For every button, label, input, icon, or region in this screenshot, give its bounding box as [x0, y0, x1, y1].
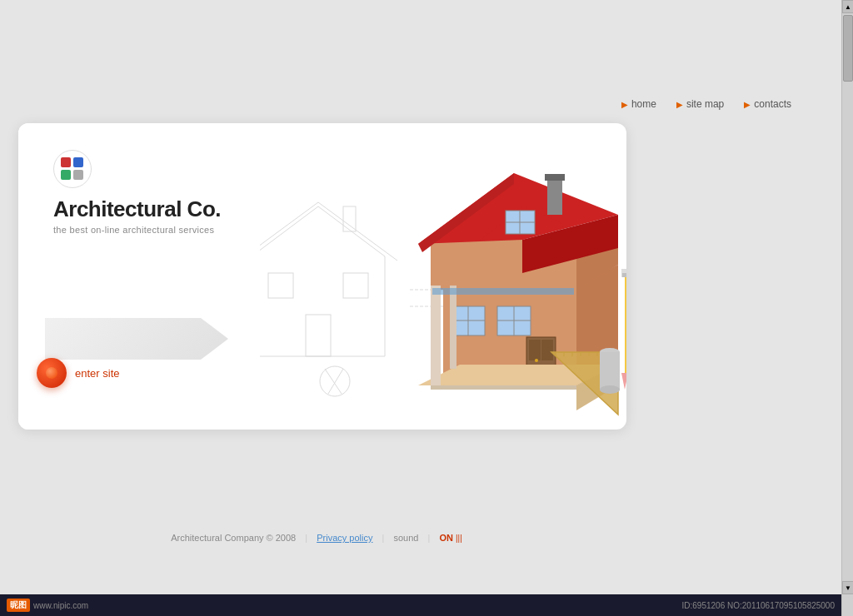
watermark-id: ID:6951206 NO:20110617095105825000: [682, 601, 836, 610]
svg-rect-48: [541, 340, 553, 360]
house-3d-illustration: [360, 123, 626, 430]
footer: Architectural Company © 2008 | Privacy p…: [0, 533, 633, 543]
sound-bars-icon[interactable]: |||: [456, 534, 462, 543]
enter-btn-content: enter site: [37, 358, 119, 388]
cube-gray: [73, 170, 83, 180]
cube-red: [61, 157, 71, 167]
nav-contacts[interactable]: ▶ contacts: [744, 98, 791, 110]
svg-rect-36: [545, 174, 565, 181]
top-nav: ▶ home ▶ site map ▶ contacts: [601, 98, 791, 110]
company-name: Architectural Co.: [53, 196, 221, 222]
enter-circle-icon: [37, 358, 67, 388]
svg-rect-1: [268, 273, 293, 298]
svg-rect-68: [600, 352, 620, 390]
nav-sitemap-arrow: ▶: [676, 100, 683, 109]
footer-sep-3: |: [427, 533, 430, 543]
svg-rect-35: [547, 177, 562, 215]
svg-point-69: [600, 385, 620, 394]
enter-text: enter site: [75, 367, 119, 380]
scrollbar-down-arrow[interactable]: ▼: [842, 581, 853, 594]
scrollbar-up-arrow[interactable]: ▲: [842, 0, 853, 13]
svg-rect-3: [306, 315, 331, 356]
enter-btn-background: [45, 318, 228, 360]
svg-rect-53: [450, 286, 456, 369]
sound-state[interactable]: ON: [439, 533, 453, 543]
svg-line-9: [328, 369, 343, 394]
svg-rect-52: [431, 286, 441, 390]
svg-rect-63: [625, 273, 626, 373]
svg-marker-71: [431, 385, 576, 390]
company-tagline: the best on-line architectural services: [53, 225, 214, 235]
cube-blue: [73, 157, 83, 167]
watermark-site: www.nipic.com: [33, 601, 88, 610]
enter-circle-inner: [46, 367, 57, 379]
footer-sound-label: sound: [393, 533, 418, 543]
nav-home-label: home: [631, 98, 656, 110]
svg-rect-4: [343, 206, 356, 231]
footer-sep-1: |: [305, 533, 307, 543]
logo-area: [53, 150, 92, 188]
footer-sep-2: |: [382, 533, 385, 543]
enter-site-button[interactable]: enter site: [37, 358, 119, 388]
main-content: ▶ home ▶ site map ▶ contacts: [0, 0, 841, 616]
footer-copyright: Architectural Company © 2008: [171, 533, 296, 543]
nk-logo-badge: 昵图: [7, 599, 30, 612]
svg-rect-66: [622, 273, 626, 277]
nav-sitemap-label: site map: [686, 98, 724, 110]
svg-point-49: [535, 359, 538, 362]
cube-green: [61, 170, 71, 180]
footer-privacy-link[interactable]: Privacy policy: [317, 533, 372, 543]
svg-point-7: [320, 366, 350, 396]
nav-home-arrow: ▶: [621, 100, 628, 109]
nav-home[interactable]: ▶ home: [621, 98, 656, 110]
svg-rect-70: [432, 288, 574, 295]
nav-contacts-label: contacts: [754, 98, 791, 110]
nav-contacts-arrow: ▶: [744, 100, 751, 109]
scrollbar[interactable]: ▲ ▼: [841, 0, 853, 616]
svg-line-8: [325, 369, 342, 394]
scrollbar-thumb[interactable]: [843, 15, 853, 82]
nav-sitemap[interactable]: ▶ site map: [676, 98, 724, 110]
hero-left-panel: Architectural Co. the best on-line archi…: [18, 123, 260, 430]
svg-rect-47: [529, 340, 541, 360]
hero-card: Architectural Co. the best on-line archi…: [18, 123, 626, 430]
watermark-logo: 昵图 www.nipic.com: [7, 599, 88, 612]
logo-icon: [53, 150, 92, 188]
svg-marker-64: [621, 373, 626, 390]
logo-cubes: [61, 157, 84, 181]
watermark-bar: 昵图 www.nipic.com ID:6951206 NO:201106170…: [0, 594, 841, 616]
